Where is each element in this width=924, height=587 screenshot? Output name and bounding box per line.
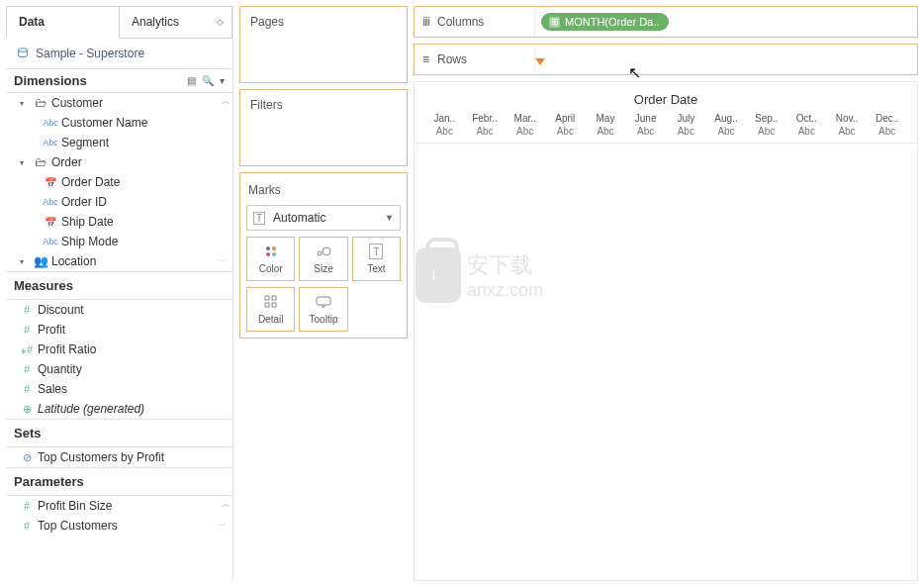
viz-title: Order Date bbox=[415, 82, 917, 113]
placeholder-row: AbcAbcAbcAbcAbcAbcAbcAbcAbcAbcAbcAbc bbox=[415, 124, 917, 144]
tab-analytics[interactable]: Analytics◇ bbox=[120, 6, 232, 38]
param-profit-bin[interactable]: #Profit Bin Size bbox=[6, 496, 232, 516]
globe-icon: ⊕ bbox=[20, 403, 34, 416]
field-latitude[interactable]: ⊕Latitude (generated) bbox=[6, 399, 232, 419]
parameters-tree[interactable]: ︿ #Profit Bin Size #Top Customers﹀ bbox=[6, 496, 232, 536]
folder-icon: 🗁 bbox=[34, 155, 47, 169]
field-ship-date[interactable]: 📅Ship Date bbox=[6, 212, 232, 232]
svg-rect-6 bbox=[272, 303, 276, 307]
dimensions-tree[interactable]: ︿ ▾🗁Customer AbcCustomer Name AbcSegment… bbox=[6, 93, 232, 271]
string-icon: Abc bbox=[44, 237, 57, 246]
rows-icon: ≡ bbox=[422, 52, 429, 66]
search-icon[interactable]: 🔍 bbox=[202, 75, 214, 86]
marks-text[interactable]: T Text bbox=[352, 237, 401, 281]
pages-shelf[interactable]: Pages bbox=[239, 6, 408, 83]
marks-tooltip[interactable]: Tooltip bbox=[299, 287, 347, 332]
pages-label: Pages bbox=[240, 7, 407, 37]
analytics-menu-icon[interactable]: ◇ bbox=[217, 17, 224, 27]
marks-detail[interactable]: Detail bbox=[246, 287, 295, 332]
columns-icon: iii bbox=[422, 15, 429, 29]
scroll-down-icon[interactable]: ﹀ bbox=[218, 255, 227, 268]
view-mode-icon[interactable]: ▤ bbox=[187, 75, 196, 86]
text-type-icon: T bbox=[253, 212, 265, 225]
field-order-id[interactable]: AbcOrder ID bbox=[6, 192, 232, 212]
columns-shelf[interactable]: iiiColumns ⊞MONTH(Order Da.. bbox=[414, 6, 918, 38]
folder-icon: 🗁 bbox=[34, 96, 47, 110]
field-ship-mode[interactable]: AbcShip Mode bbox=[6, 232, 232, 251]
dimensions-header: Dimensions bbox=[14, 73, 87, 88]
number-icon: # bbox=[20, 304, 34, 316]
rows-shelf[interactable]: ≡Rows ↖ bbox=[414, 44, 918, 75]
filters-shelf[interactable]: Filters bbox=[239, 89, 408, 166]
tab-data[interactable]: Data bbox=[6, 6, 120, 39]
folder-location[interactable]: ▾👥Location﹀ bbox=[6, 251, 232, 271]
expand-icon[interactable]: ⊞ bbox=[549, 17, 560, 28]
folder-customer[interactable]: ▾🗁Customer bbox=[6, 93, 232, 113]
pill-month-order-date[interactable]: ⊞MONTH(Order Da.. bbox=[541, 13, 669, 31]
measures-tree[interactable]: #Discount #Profit ⁎#Profit Ratio #Quanti… bbox=[6, 300, 232, 419]
field-segment[interactable]: AbcSegment bbox=[6, 133, 232, 152]
detail-icon bbox=[264, 294, 278, 310]
number-icon: # bbox=[20, 324, 34, 336]
scroll-down-icon[interactable]: ﹀ bbox=[218, 520, 227, 533]
field-quantity[interactable]: #Quantity bbox=[6, 359, 232, 379]
number-icon: # bbox=[20, 363, 34, 375]
hierarchy-icon: 👥 bbox=[34, 254, 47, 268]
svg-rect-4 bbox=[272, 296, 276, 300]
column-headers: Jan..Febr..Mar..AprilMayJuneJulyAug..Sep… bbox=[415, 113, 917, 124]
field-discount[interactable]: #Discount bbox=[6, 300, 232, 320]
field-order-date[interactable]: 📅Order Date bbox=[6, 172, 232, 192]
number-icon: # bbox=[20, 383, 34, 395]
number-icon: ⁎# bbox=[20, 343, 34, 356]
set-icon: ⊘ bbox=[20, 451, 34, 464]
svg-rect-3 bbox=[265, 296, 269, 300]
text-icon: T bbox=[369, 244, 383, 259]
chevron-down-icon: ▼ bbox=[385, 213, 394, 223]
marks-label: Marks bbox=[246, 179, 401, 205]
field-customer-name[interactable]: AbcCustomer Name bbox=[6, 113, 232, 133]
set-top-customers[interactable]: ⊘Top Customers by Profit bbox=[6, 447, 232, 467]
folder-order[interactable]: ▾🗁Order bbox=[6, 152, 232, 172]
number-icon: # bbox=[20, 500, 34, 512]
chevron-down-icon: ▾ bbox=[20, 257, 30, 266]
tooltip-icon bbox=[316, 294, 331, 310]
datasource-name: Sample - Superstore bbox=[36, 47, 144, 60]
string-icon: Abc bbox=[44, 197, 57, 207]
chevron-down-icon: ▾ bbox=[20, 99, 30, 108]
chevron-down-icon: ▾ bbox=[20, 158, 30, 167]
string-icon: Abc bbox=[44, 118, 57, 128]
scroll-up-icon[interactable]: ︿ bbox=[222, 498, 231, 511]
svg-rect-7 bbox=[317, 297, 330, 305]
marks-card: Marks TAutomatic ▼ Color Size T Text bbox=[239, 172, 408, 339]
scroll-up-icon[interactable]: ︿ bbox=[222, 95, 231, 108]
measures-header: Measures bbox=[6, 271, 232, 300]
marks-color[interactable]: Color bbox=[246, 237, 295, 281]
field-profit-ratio[interactable]: ⁎#Profit Ratio bbox=[6, 340, 232, 359]
field-sales[interactable]: #Sales bbox=[6, 379, 232, 399]
color-icon bbox=[266, 244, 276, 259]
date-icon: 📅 bbox=[44, 177, 57, 188]
size-icon bbox=[316, 244, 331, 259]
parameters-header: Parameters bbox=[6, 467, 232, 496]
datasource-icon bbox=[16, 47, 30, 60]
svg-point-0 bbox=[19, 49, 28, 52]
sets-header: Sets bbox=[6, 419, 232, 447]
field-profit[interactable]: #Profit bbox=[6, 320, 232, 340]
svg-point-2 bbox=[323, 247, 330, 255]
marks-size[interactable]: Size bbox=[299, 237, 347, 281]
viz-canvas[interactable]: Order Date Jan..Febr..Mar..AprilMayJuneJ… bbox=[414, 81, 918, 581]
filters-label: Filters bbox=[240, 90, 407, 120]
marks-type-select[interactable]: TAutomatic ▼ bbox=[246, 205, 401, 231]
number-icon: # bbox=[20, 520, 34, 532]
cursor-icon: ↖ bbox=[628, 63, 641, 82]
drop-indicator-icon bbox=[535, 58, 545, 65]
datasource-row[interactable]: Sample - Superstore bbox=[6, 39, 232, 68]
param-top-customers[interactable]: #Top Customers﹀ bbox=[6, 516, 232, 536]
svg-point-1 bbox=[318, 251, 322, 255]
string-icon: Abc bbox=[44, 138, 57, 147]
date-icon: 📅 bbox=[44, 217, 57, 228]
sets-tree[interactable]: ⊘Top Customers by Profit bbox=[6, 447, 232, 467]
svg-rect-5 bbox=[265, 303, 269, 307]
fields-menu-icon[interactable]: ▾ bbox=[220, 75, 225, 86]
